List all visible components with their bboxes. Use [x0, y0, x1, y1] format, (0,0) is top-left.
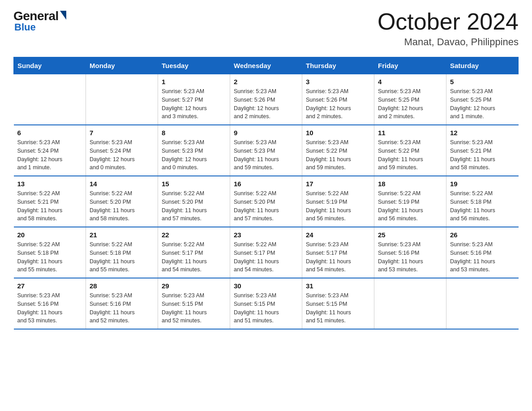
calendar-cell: 30Sunrise: 5:23 AM Sunset: 5:15 PM Dayli…	[230, 278, 302, 329]
day-number: 26	[450, 231, 515, 239]
day-number: 4	[378, 78, 442, 86]
calendar-cell: 3Sunrise: 5:23 AM Sunset: 5:26 PM Daylig…	[302, 74, 374, 125]
calendar-cell: 28Sunrise: 5:23 AM Sunset: 5:16 PM Dayli…	[86, 278, 158, 329]
day-info: Sunrise: 5:22 AM Sunset: 5:17 PM Dayligh…	[162, 240, 226, 274]
day-info: Sunrise: 5:23 AM Sunset: 5:16 PM Dayligh…	[17, 291, 82, 325]
calendar-cell: 29Sunrise: 5:23 AM Sunset: 5:15 PM Dayli…	[158, 278, 230, 329]
calendar-cell	[86, 74, 158, 125]
calendar-cell: 4Sunrise: 5:23 AM Sunset: 5:25 PM Daylig…	[374, 74, 446, 125]
day-number: 23	[234, 231, 298, 239]
calendar-cell: 21Sunrise: 5:22 AM Sunset: 5:18 PM Dayli…	[86, 227, 158, 278]
day-number: 16	[234, 180, 298, 188]
day-info: Sunrise: 5:22 AM Sunset: 5:18 PM Dayligh…	[90, 240, 154, 274]
day-info: Sunrise: 5:23 AM Sunset: 5:23 PM Dayligh…	[162, 138, 226, 172]
day-number: 8	[162, 129, 226, 137]
day-info: Sunrise: 5:23 AM Sunset: 5:24 PM Dayligh…	[17, 138, 82, 172]
day-number: 24	[306, 231, 370, 239]
day-info: Sunrise: 5:23 AM Sunset: 5:16 PM Dayligh…	[450, 240, 515, 274]
header-day-sunday: Sunday	[14, 57, 86, 74]
day-info: Sunrise: 5:23 AM Sunset: 5:15 PM Dayligh…	[234, 291, 298, 325]
day-number: 31	[306, 282, 370, 290]
day-info: Sunrise: 5:22 AM Sunset: 5:18 PM Dayligh…	[450, 189, 515, 223]
calendar-cell: 16Sunrise: 5:22 AM Sunset: 5:20 PM Dayli…	[230, 176, 302, 227]
calendar-cell: 23Sunrise: 5:22 AM Sunset: 5:17 PM Dayli…	[230, 227, 302, 278]
day-info: Sunrise: 5:23 AM Sunset: 5:17 PM Dayligh…	[306, 240, 370, 274]
day-number: 10	[306, 129, 370, 137]
day-info: Sunrise: 5:23 AM Sunset: 5:26 PM Dayligh…	[234, 87, 298, 121]
day-info: Sunrise: 5:23 AM Sunset: 5:24 PM Dayligh…	[90, 138, 154, 172]
calendar-cell: 7Sunrise: 5:23 AM Sunset: 5:24 PM Daylig…	[86, 125, 158, 176]
calendar-cell	[446, 278, 519, 329]
calendar-cell: 15Sunrise: 5:22 AM Sunset: 5:20 PM Dayli…	[158, 176, 230, 227]
day-info: Sunrise: 5:22 AM Sunset: 5:20 PM Dayligh…	[90, 189, 154, 223]
day-number: 7	[90, 129, 154, 137]
calendar-cell: 26Sunrise: 5:23 AM Sunset: 5:16 PM Dayli…	[446, 227, 519, 278]
day-number: 27	[17, 282, 82, 290]
day-info: Sunrise: 5:23 AM Sunset: 5:26 PM Dayligh…	[306, 87, 370, 121]
header-day-wednesday: Wednesday	[230, 57, 302, 74]
day-info: Sunrise: 5:22 AM Sunset: 5:21 PM Dayligh…	[17, 189, 82, 223]
calendar-cell: 27Sunrise: 5:23 AM Sunset: 5:16 PM Dayli…	[14, 278, 86, 329]
week-row-5: 27Sunrise: 5:23 AM Sunset: 5:16 PM Dayli…	[14, 278, 519, 329]
week-row-4: 20Sunrise: 5:22 AM Sunset: 5:18 PM Dayli…	[14, 227, 519, 278]
day-info: Sunrise: 5:22 AM Sunset: 5:19 PM Dayligh…	[378, 189, 442, 223]
day-number: 6	[17, 129, 82, 137]
day-number: 20	[17, 231, 82, 239]
day-info: Sunrise: 5:23 AM Sunset: 5:21 PM Dayligh…	[450, 138, 515, 172]
logo-triangle-icon	[60, 11, 66, 20]
day-info: Sunrise: 5:23 AM Sunset: 5:23 PM Dayligh…	[234, 138, 298, 172]
day-info: Sunrise: 5:22 AM Sunset: 5:20 PM Dayligh…	[234, 189, 298, 223]
calendar-cell: 12Sunrise: 5:23 AM Sunset: 5:21 PM Dayli…	[446, 125, 519, 176]
week-row-2: 6Sunrise: 5:23 AM Sunset: 5:24 PM Daylig…	[14, 125, 519, 176]
logo: General Blue	[13, 9, 66, 33]
calendar-header-row: SundayMondayTuesdayWednesdayThursdayFrid…	[14, 57, 519, 74]
calendar-cell: 5Sunrise: 5:23 AM Sunset: 5:25 PM Daylig…	[446, 74, 519, 125]
day-info: Sunrise: 5:23 AM Sunset: 5:16 PM Dayligh…	[90, 291, 154, 325]
day-number: 25	[378, 231, 442, 239]
day-number: 5	[450, 78, 515, 86]
day-number: 15	[162, 180, 226, 188]
calendar-cell: 13Sunrise: 5:22 AM Sunset: 5:21 PM Dayli…	[14, 176, 86, 227]
calendar-cell: 2Sunrise: 5:23 AM Sunset: 5:26 PM Daylig…	[230, 74, 302, 125]
day-info: Sunrise: 5:23 AM Sunset: 5:15 PM Dayligh…	[162, 291, 226, 325]
day-number: 22	[162, 231, 226, 239]
calendar-cell: 19Sunrise: 5:22 AM Sunset: 5:18 PM Dayli…	[446, 176, 519, 227]
calendar-table: SundayMondayTuesdayWednesdayThursdayFrid…	[13, 57, 519, 330]
calendar-cell: 31Sunrise: 5:23 AM Sunset: 5:15 PM Dayli…	[302, 278, 374, 329]
calendar-cell: 17Sunrise: 5:22 AM Sunset: 5:19 PM Dayli…	[302, 176, 374, 227]
calendar-cell	[374, 278, 446, 329]
calendar-cell: 14Sunrise: 5:22 AM Sunset: 5:20 PM Dayli…	[86, 176, 158, 227]
day-number: 11	[378, 129, 442, 137]
calendar-cell: 20Sunrise: 5:22 AM Sunset: 5:18 PM Dayli…	[14, 227, 86, 278]
day-number: 3	[306, 78, 370, 86]
day-info: Sunrise: 5:23 AM Sunset: 5:22 PM Dayligh…	[378, 138, 442, 172]
calendar-cell: 18Sunrise: 5:22 AM Sunset: 5:19 PM Dayli…	[374, 176, 446, 227]
day-info: Sunrise: 5:22 AM Sunset: 5:17 PM Dayligh…	[234, 240, 298, 274]
day-number: 13	[17, 180, 82, 188]
header-day-saturday: Saturday	[446, 57, 519, 74]
calendar-cell: 22Sunrise: 5:22 AM Sunset: 5:17 PM Dayli…	[158, 227, 230, 278]
day-number: 18	[378, 180, 442, 188]
day-number: 9	[234, 129, 298, 137]
day-info: Sunrise: 5:23 AM Sunset: 5:22 PM Dayligh…	[306, 138, 370, 172]
title-block: October 2024 Manat, Davao, Philippines	[378, 9, 519, 48]
header-day-tuesday: Tuesday	[158, 57, 230, 74]
calendar-cell: 9Sunrise: 5:23 AM Sunset: 5:23 PM Daylig…	[230, 125, 302, 176]
week-row-1: 1Sunrise: 5:23 AM Sunset: 5:27 PM Daylig…	[14, 74, 519, 125]
day-info: Sunrise: 5:23 AM Sunset: 5:25 PM Dayligh…	[378, 87, 442, 121]
day-number: 1	[162, 78, 226, 86]
page-header: General Blue October 2024 Manat, Davao, …	[13, 9, 519, 48]
day-info: Sunrise: 5:23 AM Sunset: 5:27 PM Dayligh…	[162, 87, 226, 121]
header-day-friday: Friday	[374, 57, 446, 74]
calendar-cell: 25Sunrise: 5:23 AM Sunset: 5:16 PM Dayli…	[374, 227, 446, 278]
day-info: Sunrise: 5:23 AM Sunset: 5:15 PM Dayligh…	[306, 291, 370, 325]
day-info: Sunrise: 5:23 AM Sunset: 5:16 PM Dayligh…	[378, 240, 442, 274]
calendar-cell: 8Sunrise: 5:23 AM Sunset: 5:23 PM Daylig…	[158, 125, 230, 176]
header-day-monday: Monday	[86, 57, 158, 74]
day-info: Sunrise: 5:22 AM Sunset: 5:18 PM Dayligh…	[17, 240, 82, 274]
day-number: 2	[234, 78, 298, 86]
day-info: Sunrise: 5:22 AM Sunset: 5:20 PM Dayligh…	[162, 189, 226, 223]
day-number: 12	[450, 129, 515, 137]
day-number: 19	[450, 180, 515, 188]
calendar-cell: 6Sunrise: 5:23 AM Sunset: 5:24 PM Daylig…	[14, 125, 86, 176]
